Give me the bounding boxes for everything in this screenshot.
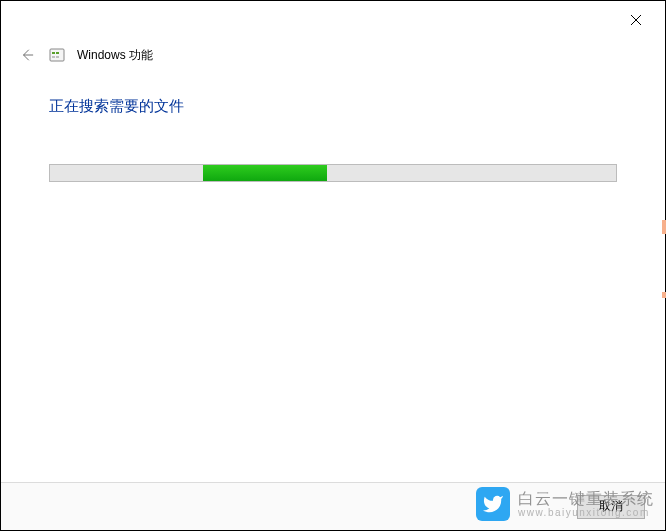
dialog-window: Windows 功能 正在搜索需要的文件 取消: [0, 0, 666, 531]
svg-rect-4: [52, 52, 55, 54]
titlebar: [1, 1, 665, 39]
header-row: Windows 功能: [1, 39, 665, 75]
back-button[interactable]: [17, 45, 37, 65]
close-button[interactable]: [615, 5, 657, 35]
back-arrow-icon: [20, 48, 34, 62]
svg-rect-5: [56, 52, 59, 54]
progress-chunk: [203, 165, 328, 181]
windows-features-icon: [49, 47, 65, 63]
window-title: Windows 功能: [77, 47, 153, 64]
cancel-button[interactable]: 取消: [577, 495, 645, 519]
close-icon: [631, 15, 641, 25]
svg-rect-7: [56, 56, 59, 58]
decorative-edge-mark: [662, 220, 666, 234]
footer: 取消: [1, 482, 665, 530]
content-area: 正在搜索需要的文件: [1, 75, 665, 482]
progress-bar: [49, 164, 617, 182]
svg-rect-3: [50, 49, 64, 61]
svg-rect-6: [52, 56, 55, 58]
status-text: 正在搜索需要的文件: [49, 97, 617, 116]
decorative-edge-mark: [662, 292, 666, 298]
